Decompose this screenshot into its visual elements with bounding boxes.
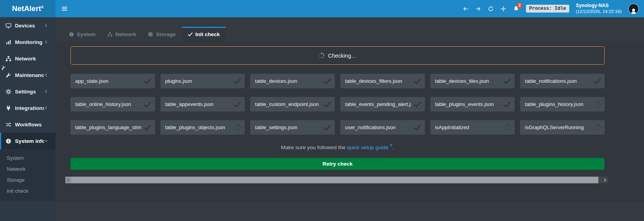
chevron-down-icon bbox=[44, 139, 48, 143]
sidebar-subitem-init-check[interactable]: Init check bbox=[0, 185, 55, 196]
sidebar-item-label: Integrations bbox=[15, 105, 44, 111]
tab-label: System bbox=[77, 31, 96, 37]
check-item-table-events-pending-alert-json: table_events_pending_alert.json bbox=[340, 97, 425, 111]
quick-setup-guide-link[interactable]: quick setup guide bbox=[347, 144, 388, 150]
arrow-left-icon bbox=[463, 6, 469, 12]
scrollbar-track[interactable] bbox=[71, 177, 602, 183]
scrollbar-thumb[interactable] bbox=[71, 177, 598, 183]
check-item-label: table_plugins_objects.json bbox=[165, 124, 225, 130]
external-link-icon bbox=[389, 144, 392, 148]
check-item-table-online-history-json: table_online_history.json bbox=[70, 97, 155, 111]
check-icon bbox=[323, 124, 331, 132]
check-item-label: table_plugins_language_strings.json bbox=[75, 124, 141, 130]
chevron-left-icon bbox=[44, 89, 48, 93]
sidebar-item-settings[interactable]: Settings bbox=[0, 83, 55, 100]
check-icon bbox=[503, 77, 511, 85]
forward-button[interactable] bbox=[475, 6, 481, 12]
check-icon bbox=[188, 32, 193, 37]
device-time: (12/12/2025, 14:22:16) bbox=[576, 9, 622, 15]
setup-hint: Make sure you followed the quick setup g… bbox=[70, 144, 605, 150]
tab-system[interactable]: System bbox=[63, 27, 101, 41]
check-icon bbox=[323, 100, 331, 108]
desktop-icon bbox=[6, 23, 11, 29]
tab-bar: SystemNetworkStorageInit check bbox=[63, 27, 644, 41]
tab-network[interactable]: Network bbox=[101, 27, 142, 41]
check-item-table-devices-tiles-json: table_devices_tiles.json bbox=[430, 74, 515, 88]
scroll-left-button[interactable] bbox=[65, 177, 71, 183]
chevron-left-icon bbox=[44, 73, 48, 77]
back-button[interactable] bbox=[463, 6, 469, 12]
spinner-icon bbox=[503, 124, 511, 132]
shuffle-icon bbox=[6, 122, 11, 128]
check-item-label: table_devices.json bbox=[255, 78, 297, 84]
check-item-label: table_custom_endpoint.json bbox=[255, 101, 319, 107]
brand-logo[interactable]: NetAlertx bbox=[0, 0, 55, 17]
check-icon bbox=[233, 100, 241, 108]
brand-sup: x bbox=[41, 5, 43, 9]
check-icon bbox=[144, 100, 151, 108]
check-icon bbox=[413, 77, 421, 85]
user-avatar[interactable] bbox=[628, 4, 639, 14]
tab-label: Init check bbox=[196, 31, 220, 37]
tab-init-check[interactable]: Init check bbox=[182, 27, 226, 41]
info-circle-icon bbox=[69, 32, 74, 37]
arrow-right-icon bbox=[475, 6, 481, 12]
main-content: SystemNetworkStorageInit check Checking…… bbox=[55, 17, 644, 221]
check-item-label: table_settings.json bbox=[255, 124, 297, 130]
move-button[interactable] bbox=[500, 6, 506, 12]
sidebar-item-label: Devices bbox=[15, 23, 35, 29]
sidebar-item-label: Workflows bbox=[15, 122, 42, 128]
sidebar-item-workflows[interactable]: Workflows bbox=[0, 116, 55, 133]
sidebar-item-maintenance[interactable]: Maintenance bbox=[0, 67, 55, 83]
check-item-plugins-json: plugins.json bbox=[161, 74, 245, 88]
check-item-table-devices-json: table_devices.json bbox=[250, 74, 335, 88]
info-circle-icon bbox=[6, 138, 11, 144]
checking-message: Checking… bbox=[328, 53, 356, 59]
check-grid: app_state.jsonplugins.jsontable_devices.… bbox=[70, 74, 605, 135]
spinner-icon bbox=[593, 124, 601, 132]
notifications-button[interactable]: 2 bbox=[513, 5, 519, 12]
wrench-icon bbox=[6, 72, 11, 78]
tab-storage[interactable]: Storage bbox=[142, 27, 181, 41]
check-item-table-plugins-history-json: table_plugins_history.json bbox=[520, 97, 605, 111]
sidebar-item-monitoring[interactable]: Monitoring bbox=[0, 34, 55, 50]
check-item-label: table_online_history.json bbox=[75, 101, 131, 107]
sidebar-item-network[interactable]: Network bbox=[0, 50, 55, 67]
brand-name: NetAlert bbox=[12, 4, 41, 13]
check-icon bbox=[593, 77, 601, 85]
hdd-icon bbox=[148, 32, 153, 37]
sidebar-subitem-storage[interactable]: Storage bbox=[0, 174, 55, 185]
plug-icon bbox=[6, 105, 11, 111]
check-item-table-plugins-language-strings-json: table_plugins_language_strings.json bbox=[70, 120, 155, 135]
horizontal-scrollbar[interactable] bbox=[65, 177, 608, 183]
sidebar-toggle-button[interactable] bbox=[61, 5, 68, 12]
device-info: Synology-NAS (12/12/2025, 14:22:16) bbox=[576, 3, 622, 15]
check-item-label: table_devices_filters.json bbox=[345, 78, 402, 84]
chevron-left-icon bbox=[66, 178, 70, 182]
refresh-button[interactable] bbox=[488, 6, 494, 12]
process-status-badge: Process: Idle bbox=[526, 5, 569, 13]
check-item-table-plugins-events-json: table_plugins_events.json bbox=[430, 97, 515, 111]
sitemap-icon bbox=[107, 32, 113, 37]
setup-hint-prefix: Make sure you followed the bbox=[281, 144, 347, 150]
gear-icon bbox=[6, 89, 11, 95]
sidebar-subitem-network[interactable]: Network bbox=[0, 163, 55, 174]
sidebar-item-integrations[interactable]: Integrations bbox=[0, 100, 55, 116]
sidebar-item-system-info[interactable]: System info bbox=[0, 133, 55, 149]
chart-icon bbox=[6, 39, 11, 45]
user-icon bbox=[630, 7, 637, 14]
sidebar-subitem-system[interactable]: System bbox=[0, 152, 55, 163]
sidebar-item-devices[interactable]: Devices bbox=[0, 17, 55, 34]
check-item-table-notifications-json: table_notifications.json bbox=[520, 74, 605, 88]
sidebar-item-label: System info bbox=[15, 138, 44, 144]
check-item-label: isAppInitialized bbox=[435, 124, 469, 130]
check-icon bbox=[144, 124, 151, 132]
check-icon bbox=[233, 77, 241, 85]
check-item-label: plugins.json bbox=[165, 78, 192, 84]
check-item-label: isGraphQLServerRunning bbox=[525, 124, 584, 130]
check-item-table-plugins-objects-json: table_plugins_objects.json bbox=[161, 120, 245, 135]
check-icon bbox=[323, 77, 331, 85]
scroll-right-button[interactable] bbox=[602, 177, 608, 183]
retry-check-button[interactable]: Retry check bbox=[70, 158, 605, 170]
sidebar-item-label: Network bbox=[15, 56, 36, 62]
